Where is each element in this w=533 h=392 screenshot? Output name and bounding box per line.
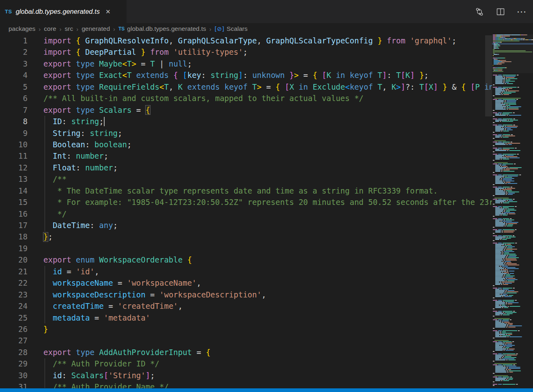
- code-line[interactable]: export type AddAuthProviderInput = {: [43, 347, 492, 358]
- code-line[interactable]: }: [43, 323, 492, 335]
- line-number[interactable]: 2: [0, 46, 28, 58]
- code-line[interactable]: Float: number;: [43, 162, 492, 173]
- code-line[interactable]: ID: string;: [43, 116, 492, 127]
- code-token: ;: [113, 221, 118, 230]
- breadcrumb-item-packages[interactable]: packages: [9, 25, 35, 32]
- code-token: ;: [424, 71, 428, 80]
- split-editor-icon[interactable]: [496, 7, 505, 17]
- breadcrumb-item-generated[interactable]: generated: [82, 25, 110, 32]
- line-number[interactable]: 25: [0, 312, 28, 323]
- line-number[interactable]: 24: [0, 300, 28, 312]
- code-token: =: [192, 348, 206, 357]
- code-line[interactable]: /** Auth Provider ID */: [43, 358, 492, 369]
- code-line[interactable]: };: [43, 231, 492, 242]
- code-token: import: [43, 47, 76, 56]
- code-line[interactable]: * For example: "1985-04-12T23:20:50.52Z"…: [43, 196, 492, 208]
- minimap[interactable]: [492, 34, 533, 388]
- line-number[interactable]: 23: [0, 289, 28, 300]
- code-token: GraphQLScalarType: [178, 36, 257, 45]
- code-line[interactable]: createdTime = 'createdTime',: [43, 300, 492, 312]
- line-number[interactable]: 28: [0, 347, 28, 358]
- code-line[interactable]: workspaceName = 'workspaceName',: [43, 277, 492, 289]
- code-token: boolean: [95, 140, 127, 149]
- code-token: 'metadata': [104, 313, 150, 322]
- line-number[interactable]: 19: [0, 243, 28, 254]
- line-number[interactable]: 30: [0, 370, 28, 381]
- code-line[interactable]: /**: [43, 173, 492, 185]
- more-actions-icon[interactable]: ⋯: [517, 7, 527, 17]
- code-token: =: [90, 313, 103, 322]
- code-line[interactable]: import { GraphQLResolveInfo, GraphQLScal…: [43, 35, 492, 46]
- code-line[interactable]: Int: number;: [43, 150, 492, 162]
- line-number[interactable]: 22: [0, 277, 28, 289]
- code-token: [: [424, 82, 428, 91]
- line-number[interactable]: 9: [0, 127, 28, 139]
- code-line[interactable]: Boolean: boolean;: [43, 139, 492, 150]
- scrollbar-slider[interactable]: [485, 35, 492, 116]
- code-token: ;: [150, 371, 155, 380]
- breadcrumb-item-src[interactable]: src: [65, 25, 73, 32]
- code-line[interactable]: /** Auth Provider Name */: [43, 381, 492, 388]
- line-number[interactable]: 14: [0, 185, 28, 196]
- code-token: any: [99, 221, 113, 230]
- typescript-file-icon: TS: [5, 9, 12, 15]
- minimap-slider[interactable]: [492, 34, 533, 73]
- code-line[interactable]: /** All built-in and custom scalars, map…: [43, 93, 492, 104]
- code-token: Maybe: [99, 59, 122, 68]
- line-number[interactable]: 27: [0, 335, 28, 346]
- line-number[interactable]: 7: [0, 104, 28, 116]
- line-number[interactable]: 5: [0, 81, 28, 93]
- code-line[interactable]: export type RequireFields<T, K extends k…: [43, 81, 492, 93]
- code-line[interactable]: id = 'id',: [43, 266, 492, 277]
- line-number[interactable]: 10: [0, 139, 28, 150]
- breadcrumb-item-core[interactable]: core: [44, 25, 56, 32]
- code-line[interactable]: metadata = 'metadata': [43, 312, 492, 323]
- line-number[interactable]: 17: [0, 220, 28, 231]
- code-line[interactable]: * The DateTime scalar type represents da…: [43, 185, 492, 196]
- line-number[interactable]: 11: [0, 150, 28, 162]
- code-line[interactable]: id: Scalars['String'];: [43, 370, 492, 381]
- breadcrumb-item-global-db-types-generated-ts[interactable]: TSglobal.db.types.generated.ts: [118, 25, 206, 32]
- code-line[interactable]: DateTime: any;: [43, 220, 492, 231]
- code-token: null: [169, 59, 187, 68]
- code-line[interactable]: String: string;: [43, 127, 492, 139]
- code-line[interactable]: [43, 335, 492, 346]
- code-line[interactable]: export type Maybe<T> = T | null;: [43, 58, 492, 69]
- code-token: :: [62, 371, 71, 380]
- code-token: <: [122, 71, 127, 80]
- code-line[interactable]: workspaceDescription = 'workspaceDescrip…: [43, 289, 492, 300]
- code-line[interactable]: export enum WorkspaceOrderable {: [43, 254, 492, 265]
- breadcrumb-item-scalars[interactable]: [⊘]Scalars: [215, 25, 247, 32]
- line-number[interactable]: 18: [0, 231, 28, 242]
- code-line[interactable]: import { DeepPartial } from 'utility-typ…: [43, 46, 492, 58]
- code-token: {: [76, 47, 85, 56]
- line-number[interactable]: 15: [0, 196, 28, 208]
- code-line[interactable]: [43, 243, 492, 254]
- code-token: =: [104, 302, 118, 310]
- code-token: T: [127, 59, 131, 68]
- line-number[interactable]: 12: [0, 162, 28, 173]
- line-number[interactable]: 20: [0, 254, 28, 265]
- tab-close-icon[interactable]: ✕: [105, 8, 111, 15]
- line-number[interactable]: 26: [0, 323, 28, 335]
- line-number[interactable]: 16: [0, 208, 28, 220]
- code-token: Scalars: [71, 371, 104, 380]
- breadcrumb-separator: ›: [113, 26, 115, 32]
- line-number[interactable]: 29: [0, 358, 28, 369]
- code-line[interactable]: export type Scalars = {: [43, 104, 492, 116]
- line-number[interactable]: 4: [0, 69, 28, 81]
- code-line[interactable]: export type Exact<T extends { [key: stri…: [43, 69, 492, 81]
- code-token: DeepPartial: [85, 47, 136, 56]
- tab-global-db-types-generated-ts[interactable]: TS global.db.types.generated.ts ✕: [0, 0, 127, 23]
- line-number[interactable]: 21: [0, 266, 28, 277]
- line-number[interactable]: 1: [0, 35, 28, 46]
- line-number[interactable]: 13: [0, 173, 28, 185]
- line-number[interactable]: 6: [0, 93, 28, 104]
- code-token: [: [285, 82, 289, 91]
- open-changes-icon[interactable]: [475, 7, 484, 17]
- line-number[interactable]: 8: [0, 116, 28, 127]
- code-line[interactable]: */: [43, 208, 492, 220]
- code-area[interactable]: import { GraphQLResolveInfo, GraphQLScal…: [43, 35, 492, 388]
- line-number[interactable]: 3: [0, 58, 28, 69]
- code-token: <: [159, 82, 164, 91]
